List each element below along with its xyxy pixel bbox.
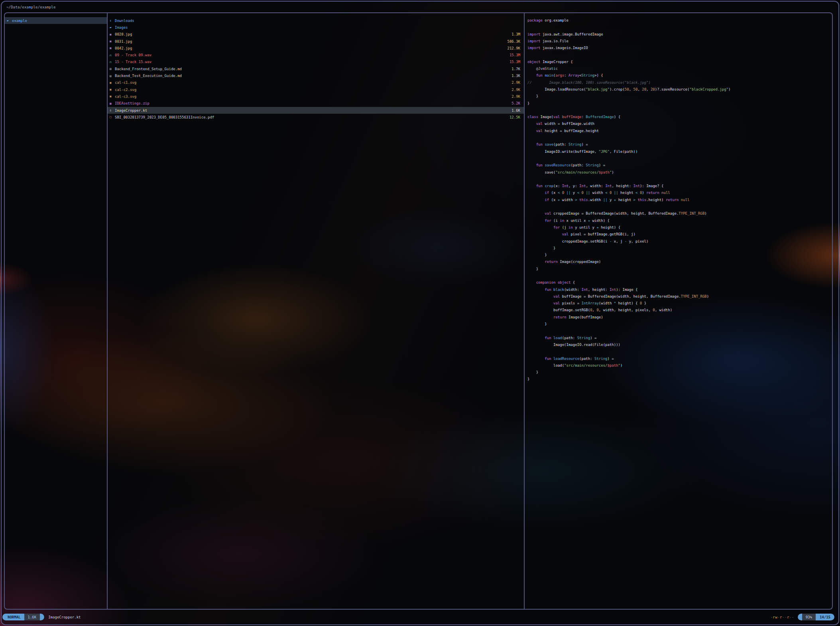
code-line: val pixel = buffImage.getRGB(i, j) (527, 231, 834, 238)
code-line: fun load(path: String) = (527, 335, 834, 342)
code-line: Image(ImageIO.read(File(path))) (527, 342, 834, 348)
file-size: 1.3K (508, 74, 520, 78)
status-bar: NORMAL 1.6K ImageCropper.kt -rw-r--r-- 9… (2, 612, 834, 622)
file-row[interactable]: ▣cal-c2.svg2.9K (108, 86, 524, 93)
file-name: cal-c3.svg (115, 95, 136, 99)
file-row[interactable]: ▣cal-c1.svg2.9K (108, 79, 524, 86)
parent-directory-pane[interactable]: ▰example (5, 13, 107, 609)
code-line (527, 155, 834, 162)
file-row[interactable]: □SBI_0032013739_2023_DE05_0003155631Invo… (108, 114, 524, 120)
image-icon: ▣ (110, 33, 115, 36)
code-line: // Image.black(100, 100).saveResource("b… (527, 79, 834, 86)
file-row[interactable]: ▤Backend_Frontend_Setup_Guide.md1.7K (108, 65, 524, 72)
file-row[interactable]: ▣0028.jpg1.3M (108, 31, 524, 38)
image-icon: ▣ (110, 81, 115, 85)
file-name: IDEAsettings.zip (115, 101, 150, 105)
file-name: Images (115, 26, 128, 30)
file-size: 212.9K (504, 46, 520, 50)
code-line (527, 107, 834, 114)
code-line: croppedImage.setRGB(i - x, j - y, pixel) (527, 238, 834, 245)
code-line: for (j in y until y + height) { (527, 224, 834, 231)
image-icon: ▣ (110, 46, 115, 50)
code-line: fun save(path: String) = (527, 141, 834, 148)
code-line: } (527, 93, 834, 100)
code-line: val buffImage = BufferedImage(width, hei… (527, 293, 834, 300)
code-line: } (527, 376, 834, 383)
file-row[interactable]: ▤Backend_Test_Execution_Guide.md1.3K (108, 72, 524, 79)
file-size: 15.3M (506, 53, 520, 57)
code-line: return Image(croppedImage) (527, 259, 834, 265)
code-line: buffImage.setRGB(0, 0, width, height, pi… (527, 307, 834, 314)
mode-indicator: NORMAL (2, 614, 24, 620)
file-size: 1.7K (508, 67, 520, 71)
code-line: companion object { (527, 279, 834, 286)
code-line: fun black(width: Int, height: Int): Imag… (527, 286, 834, 293)
file-name: 0028.jpg (115, 32, 132, 36)
file-name: Backend_Test_Execution_Guide.md (115, 74, 182, 78)
code-line: } (527, 100, 834, 107)
status-bar-right: -rw-r--r-- 93% 14/15 (770, 614, 834, 620)
file-size: 2.9K (508, 88, 520, 92)
yazi-panes: ▰example ↧Downloads▰Images▣0028.jpg1.3M▣… (4, 12, 833, 610)
file-size: 1.6K (508, 109, 520, 113)
code-line: package org.example (527, 17, 834, 24)
file-row[interactable]: ▣0031.jpg586.3K (108, 38, 524, 45)
code-line (527, 328, 834, 334)
file-name: cal-c1.svg (115, 81, 136, 85)
file-size: 2.9K (508, 81, 520, 85)
code-line: val croppedImage = BufferedImage(width, … (527, 210, 834, 217)
file-size: 586.3K (504, 39, 520, 43)
code-line: val height = buffImage.height (527, 128, 834, 134)
file-size: 15.3M (506, 60, 520, 64)
code-line (527, 203, 834, 210)
code-line (527, 176, 834, 183)
permission-segment: -- (782, 615, 787, 619)
file-row[interactable]: ▰Images (108, 24, 524, 31)
image-icon: ▣ (110, 39, 115, 43)
code-line: val width = buffImage.width (527, 120, 834, 127)
audio-icon: ∩ (110, 60, 115, 64)
markdown-icon: ▤ (110, 67, 115, 71)
file-row[interactable]: ▯ImageCropper.kt1.6K (108, 107, 524, 114)
file-name: 09 - Track 09.wav (115, 53, 151, 57)
zip-icon: ▦ (110, 102, 115, 105)
cursor-position: 14/15 (816, 614, 834, 620)
file-row[interactable]: ▣0042.jpg212.9K (108, 45, 524, 51)
file-name: 15 - Track 15.wav (115, 60, 151, 64)
code-line: object ImageCropper { (527, 59, 834, 65)
code-line: ImageIO.write(buffImage, "JPG", File(pat… (527, 148, 834, 155)
scroll-percent: 93% (802, 614, 816, 620)
file-row[interactable]: ∩15 - Track 15.wav15.3M (108, 59, 524, 65)
preview-pane[interactable]: package org.example import java.awt.imag… (524, 13, 834, 609)
code-line: import javax.imageio.ImageIO (527, 45, 834, 51)
code-line (527, 51, 834, 58)
parent-directory-list: ▰example (5, 13, 107, 24)
code-line: val pixels = IntArray(width * height) { … (527, 300, 834, 307)
hovered-file-name: ImageCropper.kt (48, 615, 81, 619)
code-line: } (527, 266, 834, 273)
file-name: 0042.jpg (115, 46, 132, 50)
file-row[interactable]: ▣cal-c3.svg2.9K (108, 93, 524, 100)
current-directory-pane[interactable]: ↧Downloads▰Images▣0028.jpg1.3M▣0031.jpg5… (107, 13, 524, 609)
file-size: 5.2K (508, 101, 520, 105)
file-list: ↧Downloads▰Images▣0028.jpg1.3M▣0031.jpg5… (108, 13, 524, 120)
pill-cap (40, 614, 44, 620)
code-line: if (x + width > this.width || y + height… (527, 197, 834, 203)
code-line: } (527, 321, 834, 328)
file-row[interactable]: ▦IDEAsettings.zip5.2K (108, 100, 524, 107)
screen: ~/Data/example/example ▰example ↧Downloa… (0, 0, 840, 626)
file-row[interactable]: ↧Downloads (108, 17, 524, 24)
permission-segment: rw (773, 615, 777, 619)
code-line: } (527, 369, 834, 376)
code-line: } (527, 245, 834, 252)
code-line: save("src/main/resources/$path") (527, 169, 834, 176)
position-pill: 93% 14/15 (798, 614, 834, 620)
code-line: if (x < 0 || y < 0 || width < 0 || heigh… (527, 190, 834, 196)
file-name: cal-c2.svg (115, 88, 136, 92)
file-size: 1.3M (508, 32, 520, 36)
file-name: 0031.jpg (115, 39, 132, 43)
parent-dir-item[interactable]: ▰example (5, 17, 107, 24)
file-row[interactable]: ∩09 - Track 09.wav15.3M (108, 51, 524, 58)
code-line: fun main(args: Array<String>) { (527, 72, 834, 79)
code-line: class Image(val buffImage: BufferedImage… (527, 114, 834, 120)
